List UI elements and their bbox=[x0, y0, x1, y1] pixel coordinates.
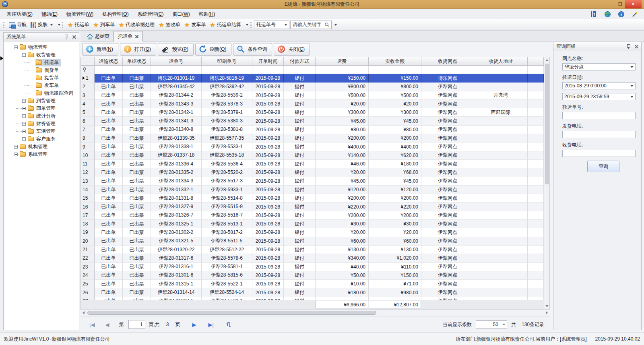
cell-pay[interactable]: 提付 bbox=[284, 74, 316, 83]
cell-status1[interactable]: 已出单 bbox=[95, 143, 123, 151]
cell-freight[interactable]: ¥20.00 bbox=[316, 168, 369, 177]
tree-item-机构管理[interactable]: 机构管理 bbox=[4, 143, 79, 151]
prev-page-button[interactable]: ◀ bbox=[105, 322, 109, 328]
menu-item[interactable]: 辅助(E) bbox=[37, 9, 62, 19]
cell-address[interactable] bbox=[474, 160, 528, 168]
fav-overflow-button[interactable] bbox=[244, 21, 250, 29]
fav-button[interactable]: ★到车单 bbox=[91, 21, 116, 29]
cell-address[interactable] bbox=[474, 228, 528, 237]
vertical-scrollbar[interactable] bbox=[544, 57, 550, 309]
cell-address[interactable] bbox=[474, 220, 528, 228]
cell-status2[interactable]: 已出票 bbox=[123, 228, 151, 237]
cell-branch[interactable]: 伊犁网点 bbox=[421, 160, 474, 168]
cell-status1[interactable]: 已出单 bbox=[95, 220, 123, 228]
grid-row[interactable]: 20已出单已出票伊犁28-01321-5伊犁28-5511-52015-09-2… bbox=[81, 237, 544, 246]
column-header[interactable]: 印刷单号 bbox=[202, 57, 252, 65]
cell-freight[interactable]: ¥130.00 bbox=[316, 246, 369, 254]
tree-item-收货管理[interactable]: 收货管理 bbox=[4, 51, 79, 59]
horizontal-scroll-thumb[interactable] bbox=[87, 311, 376, 315]
cell-status1[interactable]: 已出单 bbox=[95, 134, 123, 143]
cell-status1[interactable]: 已出单 bbox=[95, 228, 123, 237]
cell-status1[interactable]: 已出单 bbox=[95, 246, 123, 254]
cell-pay[interactable]: 提付 bbox=[284, 83, 316, 91]
cell-waybill[interactable]: 伊犁28-01339-35 bbox=[151, 134, 202, 143]
cell-pay[interactable]: 提付 bbox=[284, 134, 316, 143]
cell-branch[interactable]: 伊犁网点 bbox=[421, 143, 474, 151]
filter-cell[interactable] bbox=[151, 66, 202, 74]
cell-address[interactable] bbox=[474, 134, 528, 143]
cell-status2[interactable]: 已出票 bbox=[123, 117, 151, 125]
cell-print_no[interactable]: 伊犁28-5392-42 bbox=[202, 83, 252, 91]
cell-freight[interactable]: ¥10.00 bbox=[316, 280, 369, 288]
toolbar-grip[interactable] bbox=[62, 22, 63, 28]
cell-date[interactable]: 2015-09-28 bbox=[252, 194, 284, 202]
cell-status1[interactable]: 已出单 bbox=[95, 254, 123, 262]
cell-branch[interactable]: 伊犁网点 bbox=[421, 134, 474, 143]
cell-address[interactable] bbox=[474, 237, 528, 246]
query-combo[interactable]: 华凌分点 bbox=[562, 63, 636, 70]
query-date-from[interactable]: 2015-08-29 0:00:00 bbox=[562, 82, 636, 89]
cell-address[interactable] bbox=[474, 143, 528, 151]
info-icon[interactable]: i bbox=[618, 11, 625, 18]
tab-托运单[interactable]: 托运单 bbox=[114, 31, 143, 41]
cell-freight[interactable]: ¥220.00 bbox=[316, 202, 369, 211]
fav-button[interactable]: ★托运单结算 bbox=[208, 21, 243, 29]
cell-status1[interactable]: 已出单 bbox=[95, 168, 123, 177]
cell-received[interactable]: ¥150.00 bbox=[369, 74, 421, 83]
cell-pay[interactable]: 提付 bbox=[284, 117, 316, 125]
cell-status2[interactable]: 已出票 bbox=[123, 202, 151, 211]
cell-waybill[interactable]: 伊犁28-01317-6 bbox=[151, 254, 202, 262]
cell-branch[interactable]: 伊犁网点 bbox=[421, 117, 474, 125]
cell-status2[interactable]: 已出票 bbox=[123, 168, 151, 177]
cell-pay[interactable]: 提付 bbox=[284, 194, 316, 202]
scroll-down-icon[interactable] bbox=[545, 305, 549, 307]
cell-branch[interactable]: 伊犁网点 bbox=[421, 186, 474, 194]
search-icon[interactable] bbox=[324, 22, 330, 28]
cell-print_no[interactable]: 伊犁28-5539-2 bbox=[202, 91, 252, 100]
filter-cell[interactable] bbox=[95, 66, 123, 74]
expand-icon[interactable] bbox=[22, 114, 26, 118]
cell-received[interactable]: ¥45.00 bbox=[369, 177, 421, 186]
action-button-打开[interactable]: i打开(O) bbox=[120, 43, 156, 56]
cell-branch[interactable]: 伊犁网点 bbox=[421, 108, 474, 117]
cell-waybill[interactable]: 伊犁28-01316-1 bbox=[151, 263, 202, 271]
action-button-关闭[interactable]: 关闭(C) bbox=[274, 43, 310, 56]
cell-print_no[interactable]: 伊犁28-5522-1 bbox=[202, 280, 252, 288]
query-date-to[interactable]: 2015-09-29 23:59:59 bbox=[562, 93, 636, 100]
expand-icon[interactable] bbox=[14, 153, 18, 156]
cell-status1[interactable]: 已出单 bbox=[95, 91, 123, 100]
cell-address[interactable]: 月亮湾 bbox=[474, 91, 528, 100]
grid-row[interactable]: 13已出单已出票伊犁28-01334-3伊犁28-5517-32015-09-2… bbox=[81, 177, 544, 186]
cell-branch[interactable]: 伊犁网点 bbox=[421, 202, 474, 211]
cell-status2[interactable]: 已出票 bbox=[123, 108, 151, 117]
cell-status2[interactable]: 已出票 bbox=[123, 74, 151, 83]
cell-status2[interactable]: 已出票 bbox=[123, 246, 151, 254]
action-button-新增[interactable]: 新增(N) bbox=[82, 43, 118, 56]
toolbar-overflow-button[interactable] bbox=[56, 21, 61, 29]
tree-item-系统管理[interactable]: 系统管理 bbox=[4, 151, 79, 158]
cell-waybill[interactable]: 伊犁28-01326-7 bbox=[151, 211, 202, 220]
cell-date[interactable]: 2015-09-28 bbox=[252, 228, 284, 237]
cell-status2[interactable]: 已出票 bbox=[123, 143, 151, 151]
cell-waybill[interactable]: 伊犁28-01313-1 bbox=[151, 297, 202, 300]
cell-status2[interactable]: 已出票 bbox=[123, 83, 151, 91]
action-button-刷新[interactable]: 刷新(Q) bbox=[195, 43, 231, 56]
cell-print_no[interactable]: 伊犁28-5379-1 bbox=[202, 108, 252, 117]
cell-waybill[interactable]: 伊犁28-01321-5 bbox=[151, 237, 202, 246]
menu-item[interactable]: 常用功能(S) bbox=[2, 9, 37, 19]
cell-address[interactable] bbox=[474, 254, 528, 262]
cell-status1[interactable]: 已出单 bbox=[95, 186, 123, 194]
cell-pay[interactable]: 提付 bbox=[284, 151, 316, 160]
first-page-button[interactable]: |◀ bbox=[89, 322, 95, 328]
cell-waybill[interactable]: 伊犁28-01325-1 bbox=[151, 220, 202, 228]
cell-print_no[interactable]: 伊犁28-5516-7 bbox=[202, 211, 252, 220]
cell-received[interactable]: ¥60.00 bbox=[369, 237, 421, 246]
grid-row[interactable]: 17已出单已出票伊犁28-01326-7伊犁28-5516-72015-09-2… bbox=[81, 211, 544, 220]
sidebar-collapse-arrow[interactable] bbox=[0, 56, 3, 60]
cell-status2[interactable]: 已出票 bbox=[123, 237, 151, 246]
cell-print_no[interactable]: 伊犁28-5536-4 bbox=[202, 160, 252, 168]
cell-pay[interactable]: 提付 bbox=[284, 280, 316, 288]
cell-pay[interactable]: 提付 bbox=[284, 202, 316, 211]
cell-print_no[interactable]: 伊犁28-5533-1 bbox=[202, 143, 252, 151]
cell-branch[interactable]: 伊犁网点 bbox=[421, 246, 474, 254]
